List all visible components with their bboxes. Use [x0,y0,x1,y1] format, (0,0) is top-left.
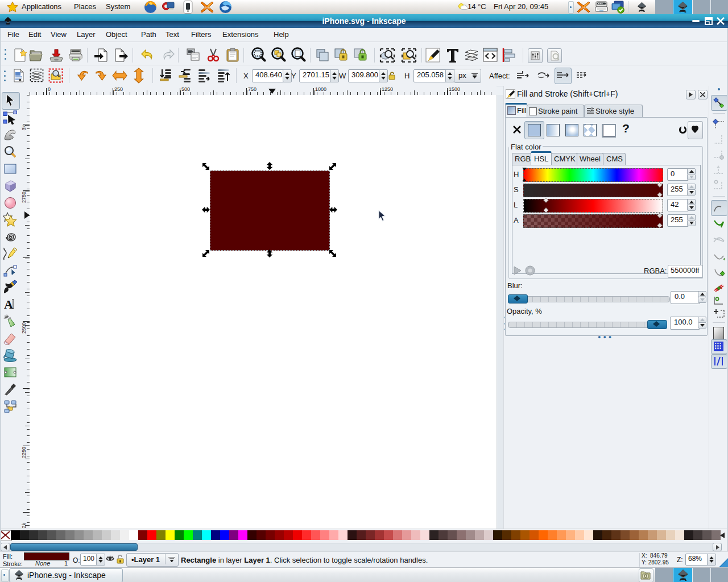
svg-text:chat: chat [204,6,210,9]
svg-text:chat: chat [580,6,587,9]
svg-text:A: A [4,297,13,311]
